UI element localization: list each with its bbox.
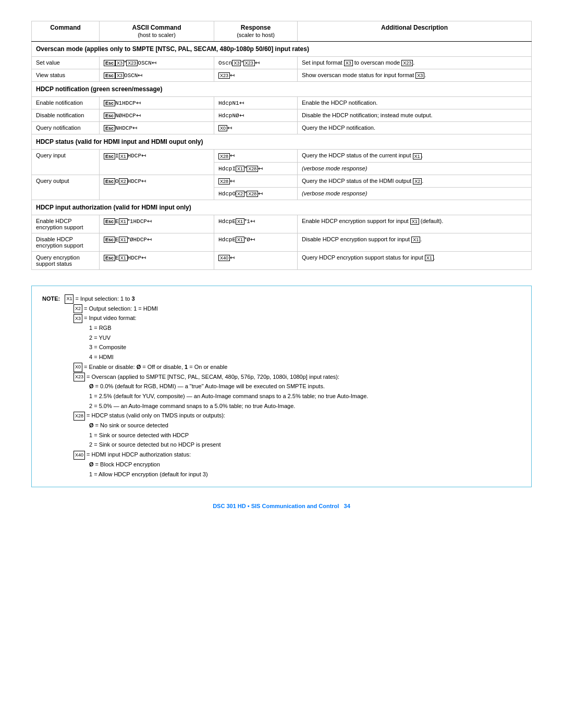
ascii-cmd: EscNHDCP↤ bbox=[100, 122, 214, 134]
ascii-cmd: EscIX1HDCP↤ bbox=[100, 150, 214, 175]
note-line: X28 = HDCP status (valid only on TMDS in… bbox=[42, 411, 521, 421]
x3-note-var: X3 bbox=[74, 314, 82, 323]
desc-val: Query the HDCP notification. bbox=[298, 122, 532, 134]
x3-ref: X3 bbox=[344, 60, 353, 66]
note-line: 2 = YUV bbox=[42, 333, 521, 343]
table-row: Disable HDCPencryption support EscEX1*ØH… bbox=[32, 233, 532, 251]
x2-var: X2 bbox=[119, 178, 128, 184]
x2-ref: X2 bbox=[413, 178, 422, 184]
col-header-command-label: Command bbox=[50, 24, 81, 31]
x1-var: X1 bbox=[119, 218, 128, 225]
section-hdcp-status-header: HDCP status (valid for HDMI input and HD… bbox=[32, 134, 532, 150]
x23-var: X23 bbox=[126, 60, 138, 66]
x1-var: X1 bbox=[119, 237, 128, 243]
note-line: 4 = HDMI bbox=[42, 352, 521, 362]
x0-note-var: X0 bbox=[74, 363, 82, 372]
x3-var2: X3 bbox=[232, 60, 241, 66]
cmd-label: Query input bbox=[32, 150, 100, 175]
ascii-cmd: EscEX1HDCP↤ bbox=[100, 251, 214, 269]
table-row: Query notification EscNHDCP↤ X0↤ Query t… bbox=[32, 122, 532, 134]
note-line: NOTE: X1 = Input selection: 1 to 3 bbox=[42, 294, 521, 304]
x28-var3: X28 bbox=[247, 191, 258, 197]
table-row: Disable notification EscNØHDCP↤ HdcpNØ↤ … bbox=[32, 109, 532, 122]
x23-var: X23 bbox=[218, 72, 230, 79]
cmd-label: Enable notification bbox=[32, 97, 100, 109]
cmd-label: Disable HDCPencryption support bbox=[32, 233, 100, 251]
note-box: NOTE: X1 = Input selection: 1 to 3 X2 = … bbox=[31, 286, 532, 487]
footer: DSC 301 HD • SIS Communication and Contr… bbox=[31, 503, 532, 509]
col-header-ascii-label: ASCII Command bbox=[132, 24, 181, 31]
note-line: X23 = Overscan (applied to SMPTE [NTSC, … bbox=[42, 372, 521, 382]
response-val: HdcpN1↤ bbox=[214, 97, 298, 109]
note-line: X40 = HDMI input HDCP authorization stat… bbox=[42, 450, 521, 460]
cmd-label: Enable HDCPencryption support bbox=[32, 215, 100, 233]
note-line: 3 = Composite bbox=[42, 342, 521, 352]
desc-val: Enable the HDCP notification. bbox=[298, 97, 532, 109]
note-line: Ø = No sink or source detected bbox=[42, 421, 521, 430]
desc-val-extra: (verbose mode response) bbox=[298, 187, 532, 200]
x3-ref: X3 bbox=[415, 72, 424, 79]
section-hdcp-status-title: HDCP status (valid for HDMI input and HD… bbox=[32, 134, 532, 150]
response-val: X23↤ bbox=[214, 69, 298, 82]
desc-val: Disable HDCP encryption support for inpu… bbox=[298, 233, 532, 251]
cmd-label: Query encryptionsupport status bbox=[32, 251, 100, 269]
x1-var: X1 bbox=[119, 255, 128, 261]
note-line: X0 = Enable or disable: Ø = Off or disab… bbox=[42, 362, 521, 372]
esc-indicator: Esc bbox=[104, 60, 115, 66]
desc-val: Query the HDCP status of the HDMI output… bbox=[298, 175, 532, 187]
col-header-desc: Additional Description bbox=[298, 21, 532, 42]
ascii-cmd: EscNØHDCP↤ bbox=[100, 109, 214, 122]
note-title: NOTE: bbox=[42, 295, 60, 302]
col-header-command: Command bbox=[32, 21, 100, 42]
note-line: 1 = Allow HDCP encryption (default for i… bbox=[42, 470, 521, 479]
cmd-label: Query output bbox=[32, 175, 100, 200]
section-overscan-title: Overscan mode (applies only to SMPTE [NT… bbox=[32, 42, 532, 57]
x2-note-var: X2 bbox=[74, 304, 82, 313]
response-val-extra: HdcpIX1*X28↤ bbox=[214, 162, 298, 175]
cmd-label: Query notification bbox=[32, 122, 100, 134]
x1-ref: X1 bbox=[411, 237, 420, 243]
note-line: Ø = Block HDCP encryption bbox=[42, 460, 521, 470]
esc-indicator: Esc bbox=[104, 255, 115, 261]
x40-note-var: X40 bbox=[74, 451, 85, 460]
x1-var2: X1 bbox=[236, 218, 244, 225]
x0-var: X0 bbox=[218, 125, 227, 131]
ascii-cmd: EscOX2HDCP↤ bbox=[100, 175, 214, 200]
section-overscan-header: Overscan mode (applies only to SMPTE [NT… bbox=[32, 42, 532, 57]
x1-var2: X1 bbox=[236, 237, 244, 243]
x1-var: X1 bbox=[119, 153, 128, 159]
x1-note-var: X1 bbox=[65, 294, 74, 303]
note-line: X2 = Output selection: 1 = HDMI bbox=[42, 304, 521, 314]
x3-var: X3 bbox=[115, 72, 124, 79]
note-line: 1 = RGB bbox=[42, 323, 521, 333]
desc-val: Show overscan mode status for input form… bbox=[298, 69, 532, 82]
x28-var: X28 bbox=[218, 178, 230, 184]
cmd-label: Set value bbox=[32, 57, 100, 69]
table-row: Enable notification EscN1HDCP↤ HdcpN1↤ E… bbox=[32, 97, 532, 109]
section-hdcp-notif-title: HDCP notification (green screen/message) bbox=[32, 82, 532, 97]
note-line: 2 = 5.0% — an Auto-Image command snaps t… bbox=[42, 401, 521, 411]
response-val: HdcpNØ↤ bbox=[214, 109, 298, 122]
footer-text: DSC 301 HD • SIS Communication and Contr… bbox=[213, 503, 339, 509]
ascii-cmd: EscEX1*1HDCP↤ bbox=[100, 215, 214, 233]
x28-note-var: X28 bbox=[74, 412, 85, 421]
ascii-cmd: EscX3*X23OSCN↤ bbox=[100, 57, 214, 69]
footer-page: 34 bbox=[344, 503, 350, 509]
desc-val: Disable the HDCP notification; instead m… bbox=[298, 109, 532, 122]
section-hdcp-auth-header: HDCP input authorization (valid for HDMI… bbox=[32, 200, 532, 215]
x23-var2: X23 bbox=[243, 60, 255, 66]
x23-note-var: X23 bbox=[74, 373, 85, 381]
col-header-response-label: Response bbox=[241, 24, 271, 31]
desc-val: Query the HDCP status of the current inp… bbox=[298, 150, 532, 162]
ascii-cmd: EscX3OSCN↤ bbox=[100, 69, 214, 82]
table-header-row: Command ASCII Command (host to scaler) R… bbox=[32, 21, 532, 42]
table-row: Set value EscX3*X23OSCN↤ OscnX3*X23↤ Set… bbox=[32, 57, 532, 69]
x23-ref: X23 bbox=[401, 60, 413, 66]
section-hdcp-auth-title: HDCP input authorization (valid for HDMI… bbox=[32, 200, 532, 215]
esc-indicator: Esc bbox=[104, 153, 115, 159]
response-val: X0↤ bbox=[214, 122, 298, 134]
esc-indicator: Esc bbox=[104, 237, 115, 243]
cmd-label: Disable notification bbox=[32, 109, 100, 122]
command-table: Command ASCII Command (host to scaler) R… bbox=[31, 21, 532, 270]
col-header-response: Response (scaler to host) bbox=[214, 21, 298, 42]
